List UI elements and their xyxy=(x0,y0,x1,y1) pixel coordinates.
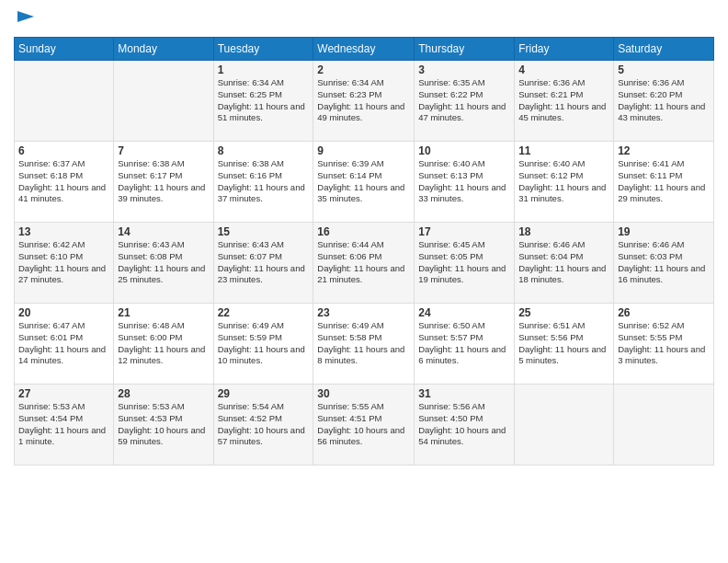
day-number: 8 xyxy=(218,144,310,157)
calendar-cell: 1Sunrise: 6:34 AM Sunset: 6:25 PM Daylig… xyxy=(213,61,313,142)
calendar-cell: 19Sunrise: 6:46 AM Sunset: 6:03 PM Dayli… xyxy=(614,223,714,304)
day-number: 6 xyxy=(18,144,109,157)
day-info: Sunrise: 6:50 AM Sunset: 5:57 PM Dayligh… xyxy=(418,320,510,367)
calendar-cell: 12Sunrise: 6:41 AM Sunset: 6:11 PM Dayli… xyxy=(614,142,714,223)
day-number: 1 xyxy=(218,63,310,76)
day-number: 2 xyxy=(317,63,410,76)
day-number: 14 xyxy=(118,225,209,238)
calendar-table: SundayMondayTuesdayWednesdayThursdayFrid… xyxy=(14,37,714,465)
weekday-header-sunday: Sunday xyxy=(15,38,114,61)
calendar-cell xyxy=(15,61,114,142)
calendar-cell: 10Sunrise: 6:40 AM Sunset: 6:13 PM Dayli… xyxy=(415,142,515,223)
calendar-cell: 30Sunrise: 5:55 AM Sunset: 4:51 PM Dayli… xyxy=(313,385,415,465)
day-info: Sunrise: 6:41 AM Sunset: 6:11 PM Dayligh… xyxy=(618,158,710,205)
day-number: 29 xyxy=(218,387,310,400)
day-info: Sunrise: 6:40 AM Sunset: 6:13 PM Dayligh… xyxy=(418,158,510,205)
day-number: 3 xyxy=(418,63,510,76)
day-number: 11 xyxy=(518,144,609,157)
day-info: Sunrise: 6:44 AM Sunset: 6:06 PM Dayligh… xyxy=(317,239,410,286)
weekday-header-thursday: Thursday xyxy=(415,38,515,61)
calendar-cell: 6Sunrise: 6:37 AM Sunset: 6:18 PM Daylig… xyxy=(15,142,114,223)
day-number: 28 xyxy=(118,387,209,400)
calendar-cell: 14Sunrise: 6:43 AM Sunset: 6:08 PM Dayli… xyxy=(114,223,213,304)
calendar-cell: 2Sunrise: 6:34 AM Sunset: 6:23 PM Daylig… xyxy=(313,61,415,142)
day-info: Sunrise: 5:54 AM Sunset: 4:52 PM Dayligh… xyxy=(218,401,310,448)
day-info: Sunrise: 6:34 AM Sunset: 6:23 PM Dayligh… xyxy=(317,77,410,124)
header xyxy=(14,9,714,29)
calendar-cell: 5Sunrise: 6:36 AM Sunset: 6:20 PM Daylig… xyxy=(614,61,714,142)
day-info: Sunrise: 6:40 AM Sunset: 6:12 PM Dayligh… xyxy=(518,158,609,205)
day-info: Sunrise: 6:49 AM Sunset: 5:59 PM Dayligh… xyxy=(218,320,310,367)
day-info: Sunrise: 5:53 AM Sunset: 4:53 PM Dayligh… xyxy=(118,401,209,448)
calendar-cell: 7Sunrise: 6:38 AM Sunset: 6:17 PM Daylig… xyxy=(114,142,213,223)
page: SundayMondayTuesdayWednesdayThursdayFrid… xyxy=(0,0,728,563)
day-info: Sunrise: 6:45 AM Sunset: 6:05 PM Dayligh… xyxy=(418,239,510,286)
day-info: Sunrise: 6:38 AM Sunset: 6:16 PM Dayligh… xyxy=(218,158,310,205)
day-number: 16 xyxy=(317,225,410,238)
week-row-5: 27Sunrise: 5:53 AM Sunset: 4:54 PM Dayli… xyxy=(15,385,714,465)
calendar-cell: 24Sunrise: 6:50 AM Sunset: 5:57 PM Dayli… xyxy=(415,304,515,385)
day-number: 25 xyxy=(518,306,609,319)
week-row-3: 13Sunrise: 6:42 AM Sunset: 6:10 PM Dayli… xyxy=(15,223,714,304)
day-number: 19 xyxy=(618,225,710,238)
week-row-4: 20Sunrise: 6:47 AM Sunset: 6:01 PM Dayli… xyxy=(15,304,714,385)
weekday-header-tuesday: Tuesday xyxy=(213,38,313,61)
day-number: 4 xyxy=(518,63,609,76)
day-info: Sunrise: 6:36 AM Sunset: 6:21 PM Dayligh… xyxy=(518,77,609,124)
calendar-cell: 26Sunrise: 6:52 AM Sunset: 5:55 PM Dayli… xyxy=(614,304,714,385)
calendar-cell: 20Sunrise: 6:47 AM Sunset: 6:01 PM Dayli… xyxy=(15,304,114,385)
day-number: 18 xyxy=(518,225,609,238)
calendar-cell xyxy=(515,385,614,465)
weekday-header-wednesday: Wednesday xyxy=(313,38,415,61)
calendar-cell: 17Sunrise: 6:45 AM Sunset: 6:05 PM Dayli… xyxy=(415,223,515,304)
calendar-cell: 29Sunrise: 5:54 AM Sunset: 4:52 PM Dayli… xyxy=(213,385,313,465)
calendar-cell: 3Sunrise: 6:35 AM Sunset: 6:22 PM Daylig… xyxy=(415,61,515,142)
weekday-header-saturday: Saturday xyxy=(614,38,714,61)
calendar-cell: 23Sunrise: 6:49 AM Sunset: 5:58 PM Dayli… xyxy=(313,304,415,385)
day-info: Sunrise: 6:48 AM Sunset: 6:00 PM Dayligh… xyxy=(118,320,209,367)
calendar-cell: 18Sunrise: 6:46 AM Sunset: 6:04 PM Dayli… xyxy=(515,223,614,304)
day-number: 10 xyxy=(418,144,510,157)
calendar-cell: 21Sunrise: 6:48 AM Sunset: 6:00 PM Dayli… xyxy=(114,304,213,385)
day-number: 22 xyxy=(218,306,310,319)
week-row-1: 1Sunrise: 6:34 AM Sunset: 6:25 PM Daylig… xyxy=(15,61,714,142)
calendar-cell: 16Sunrise: 6:44 AM Sunset: 6:06 PM Dayli… xyxy=(313,223,415,304)
calendar-cell: 31Sunrise: 5:56 AM Sunset: 4:50 PM Dayli… xyxy=(415,385,515,465)
day-number: 17 xyxy=(418,225,510,238)
day-info: Sunrise: 5:53 AM Sunset: 4:54 PM Dayligh… xyxy=(18,401,109,448)
calendar-cell: 11Sunrise: 6:40 AM Sunset: 6:12 PM Dayli… xyxy=(515,142,614,223)
day-number: 9 xyxy=(317,144,410,157)
calendar-cell: 8Sunrise: 6:38 AM Sunset: 6:16 PM Daylig… xyxy=(213,142,313,223)
calendar-cell: 9Sunrise: 6:39 AM Sunset: 6:14 PM Daylig… xyxy=(313,142,415,223)
day-number: 23 xyxy=(317,306,410,319)
svg-marker-0 xyxy=(17,11,34,22)
day-number: 7 xyxy=(118,144,209,157)
day-info: Sunrise: 6:46 AM Sunset: 6:03 PM Dayligh… xyxy=(618,239,710,286)
day-info: Sunrise: 6:51 AM Sunset: 5:56 PM Dayligh… xyxy=(518,320,609,367)
calendar-cell: 13Sunrise: 6:42 AM Sunset: 6:10 PM Dayli… xyxy=(15,223,114,304)
day-info: Sunrise: 6:35 AM Sunset: 6:22 PM Dayligh… xyxy=(418,77,510,124)
weekday-header-monday: Monday xyxy=(114,38,213,61)
day-number: 30 xyxy=(317,387,410,400)
calendar-cell xyxy=(614,385,714,465)
day-number: 20 xyxy=(18,306,109,319)
logo-text xyxy=(14,9,36,29)
day-info: Sunrise: 6:52 AM Sunset: 5:55 PM Dayligh… xyxy=(618,320,710,367)
day-info: Sunrise: 6:42 AM Sunset: 6:10 PM Dayligh… xyxy=(18,239,109,286)
calendar-cell: 22Sunrise: 6:49 AM Sunset: 5:59 PM Dayli… xyxy=(213,304,313,385)
day-number: 5 xyxy=(618,63,710,76)
day-number: 24 xyxy=(418,306,510,319)
day-number: 13 xyxy=(18,225,109,238)
day-number: 27 xyxy=(18,387,109,400)
calendar-cell: 27Sunrise: 5:53 AM Sunset: 4:54 PM Dayli… xyxy=(15,385,114,465)
calendar-cell: 25Sunrise: 6:51 AM Sunset: 5:56 PM Dayli… xyxy=(515,304,614,385)
day-info: Sunrise: 6:47 AM Sunset: 6:01 PM Dayligh… xyxy=(18,320,109,367)
logo-flag-icon xyxy=(16,9,36,29)
weekday-header-row: SundayMondayTuesdayWednesdayThursdayFrid… xyxy=(15,38,714,61)
week-row-2: 6Sunrise: 6:37 AM Sunset: 6:18 PM Daylig… xyxy=(15,142,714,223)
day-info: Sunrise: 6:34 AM Sunset: 6:25 PM Dayligh… xyxy=(218,77,310,124)
day-info: Sunrise: 6:36 AM Sunset: 6:20 PM Dayligh… xyxy=(618,77,710,124)
day-info: Sunrise: 5:55 AM Sunset: 4:51 PM Dayligh… xyxy=(317,401,410,448)
day-info: Sunrise: 6:43 AM Sunset: 6:08 PM Dayligh… xyxy=(118,239,209,286)
day-number: 26 xyxy=(618,306,710,319)
